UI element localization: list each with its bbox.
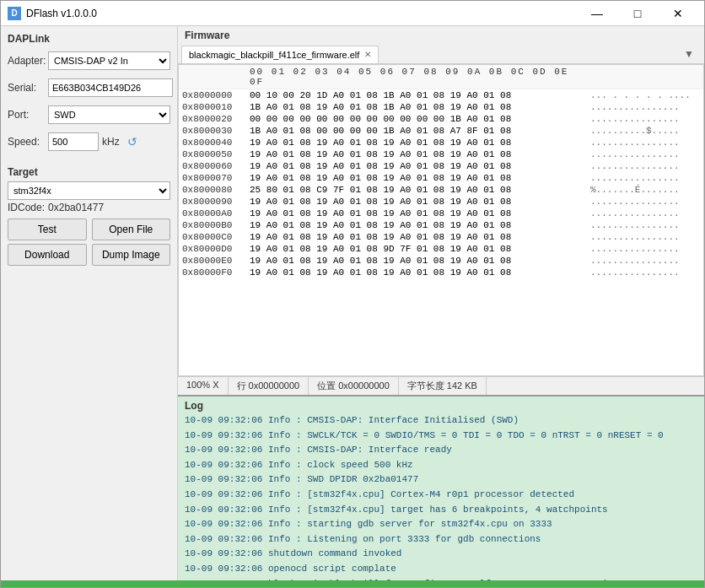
idcode-row: IDCode: 0x2ba01477 (8, 202, 170, 213)
log-entry: 10-09 09:32:06 Info : [stm32f4x.cpu] tar… (185, 503, 697, 518)
close-button[interactable]: ✕ (659, 1, 697, 26)
serial-input[interactable] (48, 78, 173, 97)
minimize-button[interactable]: — (578, 1, 616, 26)
log-entry: 10-09 09:32:06 openocd script complate (185, 562, 697, 577)
title-bar: D DFlash v1.0.0.0 — □ ✕ (1, 1, 704, 26)
log-entry: 10-09 09:32:06 Info : clock speed 500 kH… (185, 458, 697, 473)
hex-row: 0x80000301B A0 01 08 00 00 00 00 1B A0 0… (179, 125, 703, 137)
log-section: Log 10-09 09:32:06 Info : CMSIS-DAP: Int… (178, 395, 704, 580)
adapter-select[interactable]: CMSIS-DAP v2 In (48, 51, 170, 70)
hex-header-bytes: 00 01 02 03 04 05 06 07 08 09 0A 0B 0C 0… (250, 67, 584, 87)
hex-row: 0x800006019 A0 01 08 19 A0 01 08 19 A0 0… (179, 160, 703, 172)
hex-row: 0x800002000 00 00 00 00 00 00 00 00 00 0… (179, 113, 703, 125)
hex-rows-container: 0x800000000 10 00 20 1D A0 01 08 1B A0 0… (179, 89, 703, 278)
status-position: 位置 0x00000000 (309, 377, 399, 395)
dump-image-button[interactable]: Dump Image (92, 244, 171, 266)
adapter-label: Adapter: (8, 55, 45, 67)
hex-column-header: 00 01 02 03 04 05 06 07 08 09 0A 0B 0C 0… (179, 65, 703, 89)
left-panel: DAPLink Adapter: CMSIS-DAP v2 In Serial:… (1, 26, 178, 580)
hex-row: 0x800005019 A0 01 08 19 A0 01 08 19 A0 0… (179, 148, 703, 160)
right-panel: Firmware blackmagic_blackpill_f411ce_fir… (178, 26, 704, 580)
hex-row: 0x80000F019 A0 01 08 19 A0 01 08 19 A0 0… (179, 267, 703, 278)
download-button[interactable]: Download (8, 244, 87, 266)
window-title: DFlash v1.0.0.0 (26, 8, 578, 19)
port-row: Port: SWD (8, 105, 170, 124)
log-entry: 10-09 09:32:06 Info : starting gdb serve… (185, 517, 697, 532)
speed-label: Speed: (8, 136, 45, 148)
target-section-label: Target (8, 166, 170, 178)
port-select[interactable]: SWD (48, 105, 170, 124)
hex-row: 0x80000101B A0 01 08 19 A0 01 08 1B A0 0… (179, 101, 703, 113)
app-icon: D (8, 7, 21, 20)
button-row-2: Download Dump Image (8, 244, 170, 266)
hex-status-bar: 100% X 行 0x00000000 位置 0x00000000 字节长度 1… (178, 376, 704, 395)
button-row-1: Test Open File (8, 218, 170, 240)
hex-row: 0x800008025 80 01 08 C9 7F 01 08 19 A0 0… (179, 184, 703, 196)
hex-row: 0x800007019 A0 01 08 19 A0 01 08 19 A0 0… (179, 172, 703, 184)
firmware-section: Firmware blackmagic_blackpill_f411ce_fir… (178, 26, 704, 395)
test-button[interactable]: Test (8, 218, 87, 240)
hex-viewer[interactable]: 00 01 02 03 04 05 06 07 08 09 0A 0B 0C 0… (178, 64, 704, 376)
tab-label: blackmagic_blackpill_f411ce_firmware.elf (189, 50, 359, 60)
serial-row: Serial: (8, 78, 170, 97)
hex-row: 0x80000A019 A0 01 08 19 A0 01 08 19 A0 0… (179, 208, 703, 219)
status-zoom: 100% X (178, 377, 229, 395)
maximize-button[interactable]: □ (618, 1, 657, 26)
log-entry: 10-09 09:32:06 Info : Listening on port … (185, 532, 697, 548)
target-select[interactable]: stm32f4x (8, 181, 170, 200)
port-label: Port: (8, 109, 45, 121)
hex-row: 0x80000C019 A0 01 08 19 A0 01 08 19 A0 0… (179, 231, 703, 243)
log-entry: 10-09 09:32:06 Info : [stm32f4x.cpu] Cor… (185, 488, 697, 503)
refresh-button[interactable]: ↺ (123, 132, 142, 151)
log-entry: 10-09 09:32:06 Info : SWD DPIDR 0x2ba014… (185, 472, 697, 488)
tab-dropdown-icon[interactable]: ▼ (677, 45, 701, 63)
firmware-tab[interactable]: blackmagic_blackpill_f411ce_firmware.elf… (181, 46, 379, 63)
log-label: Log (185, 400, 697, 412)
idcode-value: 0x2ba01477 (48, 202, 104, 213)
adapter-row: Adapter: CMSIS-DAP v2 In (8, 51, 170, 70)
hex-row: 0x80000B019 A0 01 08 19 A0 01 08 19 A0 0… (179, 219, 703, 231)
log-entry: 10-09 09:32:06 Info : CMSIS-DAP: Interfa… (185, 443, 697, 458)
hex-row: 0x800004019 A0 01 08 19 A0 01 08 19 A0 0… (179, 137, 703, 148)
log-entry: 10-09 09:32:06 Info : SWCLK/TCK = 0 SWDI… (185, 429, 697, 444)
serial-label: Serial: (8, 82, 45, 94)
speed-input[interactable] (48, 132, 99, 151)
idcode-label: IDCode: (8, 202, 45, 213)
daplink-section-label: DAPLink (8, 33, 170, 45)
window-controls: — □ ✕ (578, 1, 697, 26)
log-entry: 10-09 09:32:06 Info : CMSIS-DAP: Interfa… (185, 413, 697, 429)
tab-bar: blackmagic_blackpill_f411ce_firmware.elf… (178, 45, 704, 64)
hex-row: 0x800009019 A0 01 08 19 A0 01 08 19 A0 0… (179, 196, 703, 208)
log-entry: 10-09 09:32:06 shutdown command invoked (185, 547, 697, 562)
progress-bar (1, 580, 704, 587)
tab-close-icon[interactable]: ✕ (364, 50, 371, 59)
hex-row: 0x80000E019 A0 01 08 19 A0 01 08 19 A0 0… (179, 255, 703, 267)
status-row: 行 0x00000000 (229, 377, 309, 395)
speed-row: Speed: kHz ↺ (8, 132, 170, 151)
hex-row: 0x800000000 10 00 20 1D A0 01 08 1B A0 0… (179, 89, 703, 101)
main-content: DAPLink Adapter: CMSIS-DAP v2 In Serial:… (1, 26, 704, 580)
status-size: 字节长度 142 KB (399, 377, 487, 395)
open-file-button[interactable]: Open File (92, 218, 171, 240)
hex-row: 0x80000D019 A0 01 08 19 A0 01 08 9D 7F 0… (179, 243, 703, 255)
firmware-header: Firmware (178, 26, 704, 45)
speed-unit: kHz (102, 136, 120, 148)
log-entries: 10-09 09:32:06 Info : CMSIS-DAP: Interfa… (185, 413, 697, 580)
main-window: D DFlash v1.0.0.0 — □ ✕ DAPLink Adapter:… (0, 0, 705, 588)
